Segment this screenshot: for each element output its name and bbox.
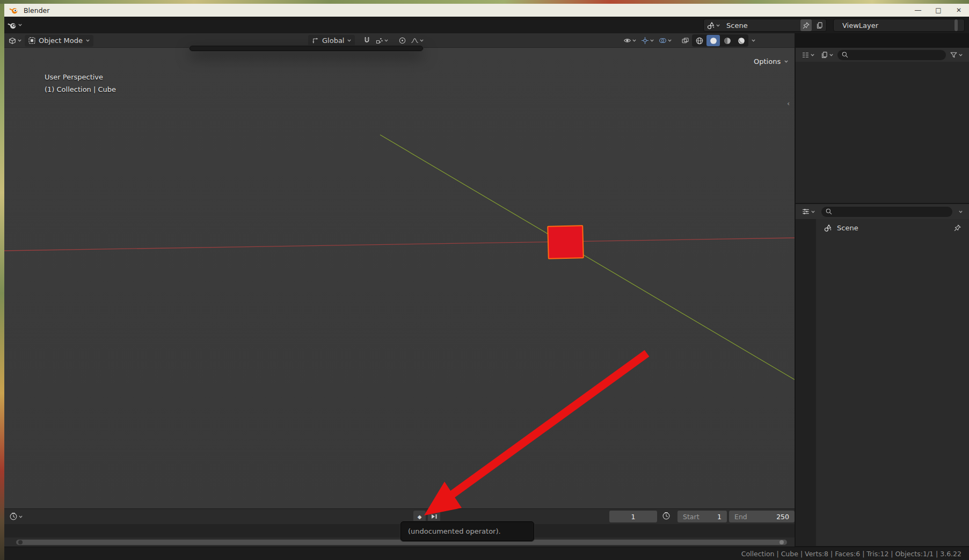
- outliner-display-mode-dropdown[interactable]: [800, 49, 817, 61]
- falloff-curve-icon: [411, 37, 419, 45]
- maximize-button[interactable]: □: [928, 4, 949, 17]
- xray-toggle[interactable]: [680, 35, 691, 47]
- chevron-down-icon: [85, 38, 90, 43]
- viewport-grid: [4, 48, 795, 508]
- start-frame-field[interactable]: Start1: [677, 511, 727, 522]
- jump-keyframe-button[interactable]: ◆: [413, 511, 426, 522]
- clock-icon: [9, 512, 18, 521]
- overlays-dropdown[interactable]: [657, 35, 674, 47]
- viewlayer-icon[interactable]: [834, 19, 839, 31]
- proportional-edit-toggle[interactable]: [397, 35, 408, 47]
- new-viewlayer-copy-icon[interactable]: [955, 19, 958, 31]
- editor-3d-icon: [8, 37, 17, 45]
- pin-icon[interactable]: [794, 19, 799, 31]
- start-label: Start: [683, 513, 700, 521]
- visibility-dropdown[interactable]: [622, 35, 638, 47]
- breadcrumb-label: Scene: [837, 224, 858, 232]
- navigation-gizmo[interactable]: [732, 64, 795, 129]
- properties-editor-type-button[interactable]: [800, 206, 817, 217]
- blender-logo-icon: [9, 6, 18, 14]
- properties-editor: Scene: [796, 204, 969, 546]
- timeline-scrollbar[interactable]: [4, 537, 795, 547]
- skip-next-icon: [431, 514, 438, 519]
- scene-name[interactable]: Scene: [723, 21, 794, 30]
- properties-header: [796, 204, 969, 219]
- search-icon: [825, 208, 833, 215]
- tooltip: (undocumented operator).: [400, 521, 534, 541]
- funnel-icon: [950, 51, 958, 59]
- orientation-label: Global: [322, 37, 344, 45]
- end-frame-field[interactable]: End250: [729, 511, 795, 522]
- blender-icon: [8, 21, 17, 29]
- scrollbar-start-knob[interactable]: [18, 540, 23, 544]
- object-mode-dropdown[interactable]: Object Mode: [25, 35, 93, 47]
- scene-selector: Scene: [703, 19, 827, 32]
- transform-orientation-dropdown[interactable]: Global: [308, 35, 355, 47]
- end-label: End: [734, 513, 747, 521]
- viewport-header-right: [622, 33, 757, 48]
- object-menu-popup: [190, 46, 423, 51]
- pin-icon[interactable]: [953, 224, 961, 232]
- shading-rendered-button[interactable]: [734, 35, 748, 46]
- properties-content: Scene: [818, 219, 967, 546]
- window-title: Blender: [24, 6, 49, 14]
- chevron-down-icon: [667, 38, 672, 43]
- shading-wireframe-button[interactable]: [693, 35, 706, 46]
- gizmos-dropdown[interactable]: [639, 35, 656, 47]
- x-axis-line: [4, 238, 795, 251]
- desktop-edge-left: [0, 4, 4, 560]
- scene-icon: [824, 223, 833, 232]
- outliner-header: [796, 48, 969, 62]
- chevron-down-icon: [958, 209, 963, 214]
- timeline-header: ◆ 1 Start1 End250: [4, 509, 795, 524]
- viewport-header-left: Object Mode: [6, 33, 101, 48]
- end-value: 250: [776, 513, 789, 521]
- shading-solid-button[interactable]: [706, 35, 720, 46]
- viewlayer-name[interactable]: ViewLayer: [839, 21, 953, 30]
- current-frame-field[interactable]: 1: [609, 511, 657, 522]
- xray-icon: [681, 37, 689, 45]
- chevron-down-icon: [347, 38, 352, 43]
- gizmo-icon: [641, 37, 649, 45]
- outliner-search-input[interactable]: [837, 50, 946, 60]
- chevron-down-icon: [632, 38, 637, 43]
- editor-type-button[interactable]: [6, 35, 24, 47]
- new-scene-copy-icon[interactable]: [800, 19, 812, 31]
- unlink-scene-icon[interactable]: [813, 19, 826, 31]
- scene-datablock-icon[interactable]: [704, 19, 723, 31]
- properties-options-dropdown[interactable]: [957, 206, 965, 217]
- chevron-down-icon: [829, 53, 834, 57]
- chevron-down-icon: [650, 38, 654, 43]
- scrollbar-end-knob[interactable]: [779, 540, 784, 544]
- snap-toggle-button[interactable]: [361, 35, 373, 47]
- context-overlay: (1) Collection | Cube: [45, 85, 116, 93]
- viewport-3d[interactable]: User Perspective (1) Collection | Cube O…: [4, 48, 795, 508]
- chevron-down-icon: [751, 38, 756, 43]
- snap-target-dropdown[interactable]: [374, 35, 390, 47]
- minimize-button[interactable]: ―: [908, 4, 928, 17]
- chevron-down-icon: [384, 38, 389, 43]
- sidebar-collapse-icon[interactable]: ‹: [787, 99, 790, 107]
- timeline-ruler[interactable]: [4, 524, 795, 537]
- snap-target-icon: [375, 37, 383, 45]
- jump-end-button[interactable]: [428, 511, 440, 522]
- outliner-filter-id-dropdown[interactable]: [819, 49, 835, 61]
- desktop-edge-top: [0, 0, 969, 4]
- chevron-down-icon: [18, 514, 23, 519]
- chevron-down-icon: [419, 38, 424, 43]
- outliner-filter-button[interactable]: [948, 49, 965, 61]
- timeline-editor-type-button[interactable]: [8, 511, 25, 522]
- properties-search-input[interactable]: [821, 207, 952, 217]
- titlebar: Blender ― □ ✕: [4, 4, 969, 17]
- selected-cube-object[interactable]: [547, 225, 584, 259]
- shading-options-dropdown[interactable]: [749, 35, 757, 47]
- shading-material-button[interactable]: [720, 35, 734, 46]
- close-button[interactable]: ✕: [949, 4, 969, 17]
- object-mode-icon: [28, 37, 36, 45]
- proportional-falloff-dropdown[interactable]: [409, 35, 426, 47]
- properties-breadcrumb: Scene: [818, 219, 967, 236]
- proportional-circle-icon: [398, 37, 406, 45]
- remove-viewlayer-icon[interactable]: [959, 19, 964, 31]
- blender-app-menu[interactable]: [4, 17, 26, 33]
- overlays-icon: [659, 37, 667, 45]
